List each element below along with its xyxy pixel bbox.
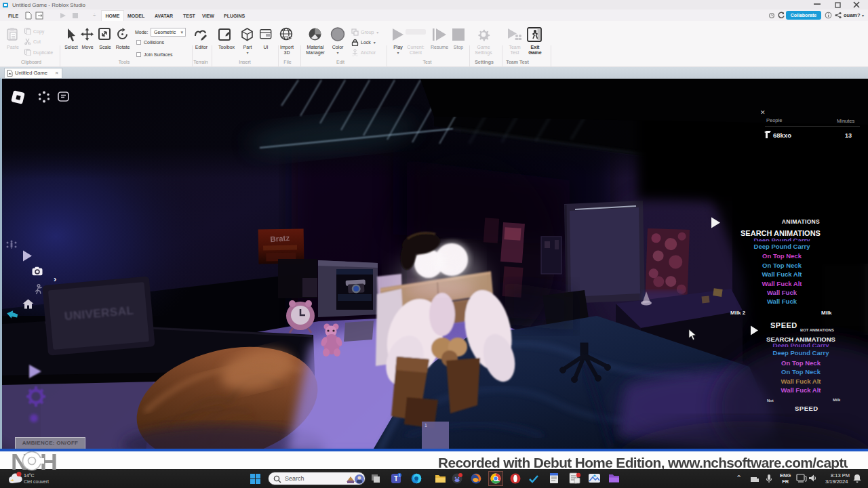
svg-text:T: T [394, 475, 398, 483]
svg-text:1: 1 [398, 473, 400, 477]
